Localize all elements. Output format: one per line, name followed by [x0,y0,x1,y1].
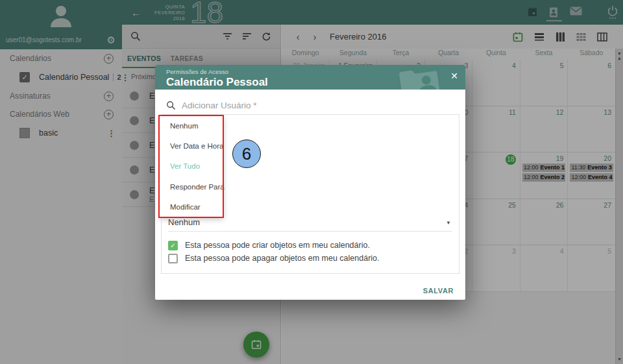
annotation-red-box [158,115,224,218]
checkbox-unchecked[interactable] [168,254,178,263]
dialog-header: Permissões de Acesso Calendário Pessoal … [155,65,465,90]
close-icon[interactable]: ✕ [450,71,458,80]
search-icon [166,101,176,110]
caret-down-icon: ▼ [446,220,451,226]
add-user-placeholder: Adicionar Usuário * [182,101,257,110]
sogo-calendar-screen: user01@sogotests.com.br ⚙ Calendários + … [0,0,623,364]
checkbox-checked[interactable]: ✓ [168,241,178,250]
annotation-step-circle: 6 [232,140,261,168]
permission-row: Esta pessoa pode apagar objetos em meu c… [168,252,380,264]
permission-row: ✓Esta pessoa pode criar objetos em meu c… [168,239,370,251]
permission-label: Esta pessoa pode criar objetos em meu ca… [185,241,370,250]
rights-select-value: Nenhum [168,217,200,227]
rights-select[interactable]: Nenhum ▼ [168,217,452,232]
add-user-search[interactable]: Adicionar Usuário * [166,101,257,110]
shared-folder-watermark-icon [396,65,442,90]
save-button[interactable]: SALVAR [423,287,454,295]
annotation-number: 6 [242,144,251,164]
permission-label: Esta pessoa pode apagar objetos em meu c… [185,254,380,263]
